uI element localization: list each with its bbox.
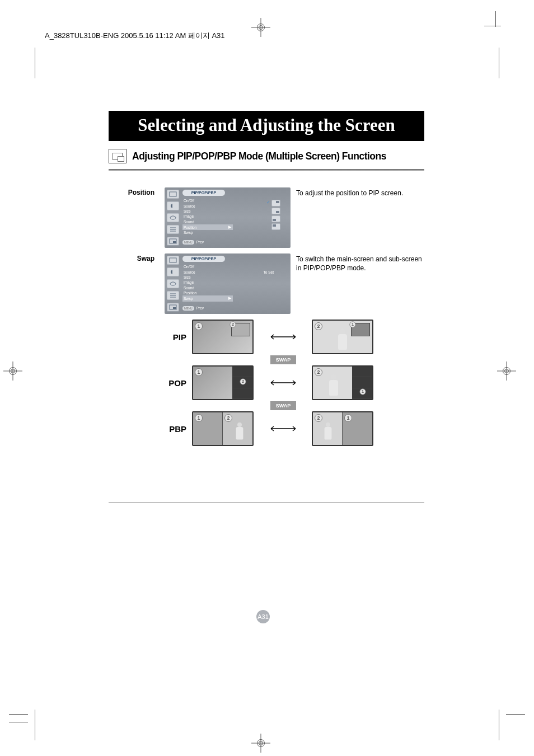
- swap-diagrams: PIP 1 2 2 1 SWAP POP: [163, 320, 424, 446]
- osd-item: On/Off: [182, 264, 233, 269]
- pip-menu-icon: [167, 303, 179, 312]
- footer-rule: [109, 502, 424, 503]
- svg-rect-4: [170, 258, 176, 262]
- subtitle: Adjusting PIP/POP/PBP Mode (Multiple Scr…: [132, 151, 386, 162]
- osd-item: Swap: [182, 230, 233, 235]
- pip-after-thumb: 2 1: [312, 320, 373, 354]
- osd-item: Sound: [182, 219, 233, 224]
- swap-arrow: [258, 365, 308, 400]
- swap-badge-row: SWAP: [163, 355, 424, 364]
- divider: [109, 169, 424, 171]
- crop-mark: [499, 710, 499, 740]
- crop-mark: [35, 48, 35, 78]
- osd-item: Image: [182, 280, 233, 285]
- crop-mark: [495, 11, 496, 27]
- registration-mark-bottom: [254, 736, 268, 750]
- pop-after-thumb: 2 1: [312, 365, 373, 400]
- crop-mark: [484, 26, 501, 26]
- svg-rect-0: [170, 192, 176, 196]
- crop-mark: [506, 714, 525, 715]
- swap-arrow: [258, 320, 308, 354]
- setup-icon: [167, 213, 179, 222]
- picture-icon: [167, 256, 179, 265]
- osd-item: Source: [182, 203, 233, 208]
- swap-section: Swap PIP/POP/PBP On/Off Source Size Imag…: [109, 253, 424, 314]
- swap-badge-row: SWAP: [163, 401, 424, 410]
- sound-icon: [167, 201, 179, 210]
- pop-label: POP: [163, 378, 189, 388]
- osd-item-highlighted: Swap▶: [182, 295, 233, 301]
- page-title: Selecting and Adjusting the Screen: [109, 111, 424, 141]
- pbp-label: PBP: [163, 424, 189, 434]
- pbp-before-thumb: 1 2: [192, 411, 254, 446]
- page-content: Selecting and Adjusting the Screen Adjus…: [109, 111, 424, 503]
- crop-mark: [35, 710, 35, 740]
- position-description: To adjust the position to PIP screen.: [296, 187, 424, 248]
- svg-point-5: [170, 282, 176, 285]
- swap-arrow: [258, 411, 308, 446]
- pos-topleft-icon: [271, 223, 280, 230]
- subtitle-row: Adjusting PIP/POP/PBP Mode (Multiple Scr…: [109, 149, 424, 163]
- osd-position: PIP/POP/PBP On/Off Source Size Image Sou…: [165, 187, 291, 248]
- special-icon: [167, 225, 179, 234]
- crop-mark: [9, 714, 28, 715]
- pip-row: PIP 1 2 2 1: [163, 320, 424, 354]
- svg-rect-7: [173, 307, 176, 309]
- position-label: Position: [109, 187, 159, 248]
- setup-icon: [167, 279, 179, 288]
- registration-mark-left: [6, 364, 20, 378]
- registration-mark-top: [254, 20, 268, 35]
- crop-mark: [9, 722, 28, 722]
- sound-icon: [167, 267, 179, 276]
- osd-title: PIP/POP/PBP: [182, 190, 225, 196]
- pos-bottomright-icon: [271, 208, 280, 214]
- osd-item: Size: [182, 275, 233, 280]
- osd-swap: PIP/POP/PBP On/Off Source Size Image Sou…: [165, 253, 291, 314]
- osd-title: PIP/POP/PBP: [182, 256, 225, 262]
- position-selector: [271, 200, 280, 230]
- swap-label: Swap: [109, 253, 159, 314]
- toset-label: To Set: [264, 270, 274, 274]
- pip-menu-icon: [167, 237, 179, 246]
- pop-row: POP 1 2 2 1: [163, 365, 424, 400]
- osd-item-highlighted: Position▶: [182, 224, 233, 230]
- page-number: A31: [256, 610, 270, 623]
- svg-rect-3: [173, 241, 176, 243]
- osd-footer: MENU Prev: [182, 240, 288, 245]
- osd-item: Source: [182, 269, 233, 274]
- osd-footer: MENU Prev: [182, 306, 288, 311]
- document-header: A_3828TUL310B-ENG 2005.5.16 11:12 AM 페이지…: [45, 31, 225, 41]
- pip-icon: [109, 149, 127, 163]
- pip-before-thumb: 1 2: [192, 320, 254, 354]
- pop-before-thumb: 1 2: [192, 365, 254, 400]
- osd-item: Size: [182, 209, 233, 214]
- swap-badge: SWAP: [270, 355, 297, 364]
- pbp-after-thumb: 2 1: [312, 411, 373, 446]
- pos-bottomleft-icon: [271, 215, 280, 222]
- special-icon: [167, 291, 179, 300]
- osd-item: Position: [182, 290, 233, 295]
- position-section: Position PIP/POP/PBP On/Off Source Size …: [109, 187, 424, 248]
- picture-icon: [167, 190, 179, 199]
- osd-item: On/Off: [182, 198, 233, 203]
- pos-topright-icon: [271, 200, 280, 206]
- swap-description: To switch the main-screen and sub-screen…: [296, 253, 424, 314]
- osd-main: PIP/POP/PBP On/Off Source Size Image Sou…: [182, 256, 288, 312]
- osd-item: Image: [182, 214, 233, 219]
- swap-badge: SWAP: [270, 401, 297, 410]
- osd-sidebar: [167, 190, 180, 246]
- pip-label: PIP: [163, 332, 189, 342]
- registration-mark-right: [499, 364, 514, 378]
- svg-point-1: [170, 216, 176, 219]
- crop-mark: [499, 48, 499, 78]
- osd-item: Sound: [182, 285, 233, 290]
- osd-sidebar: [167, 256, 180, 312]
- pbp-row: PBP 1 2 2 1: [163, 411, 424, 446]
